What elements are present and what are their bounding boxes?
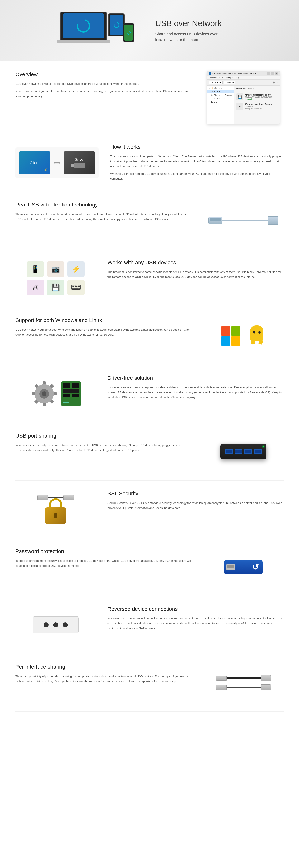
- maximize-button[interactable]: □: [271, 72, 274, 75]
- app-sidebar: ▼ 🖥 Servers ▼ LAB-3 ▶ Discovered Servers: [207, 86, 234, 124]
- chip-4: [63, 394, 70, 397]
- tablet-refresh-icon: [113, 21, 120, 29]
- section-port-image: [203, 432, 283, 471]
- pi-title: Per-interface sharing: [16, 663, 191, 670]
- hub-led: [263, 446, 264, 447]
- section-any-image: 📱 📷 ⚡ 🖨 💾 ⌨: [16, 259, 96, 298]
- usb-drive-connector: [227, 564, 235, 570]
- overview-body: USB over Network allows to use remote US…: [16, 81, 191, 99]
- sidebar-lab3[interactable]: ▼ LAB-3: [207, 90, 234, 93]
- how-it-works-title: How it works: [110, 144, 283, 151]
- connect-button[interactable]: Connect: [224, 81, 236, 85]
- usb-devices-grid: 📱 📷 ⚡ 🖨 💾 ⌨: [25, 259, 87, 297]
- section-how-text: How it works The program consists of two…: [110, 144, 283, 181]
- hero-tablet-screen: [110, 16, 123, 35]
- hero-image-area: [23, 11, 144, 50]
- server-usb-stick: [74, 163, 85, 168]
- any-title: Works with any USB devices: [108, 259, 283, 266]
- laptop-base: [57, 40, 110, 43]
- sidebar-servers-label: Servers: [214, 87, 222, 89]
- settings-icon[interactable]: ⚙: [272, 81, 275, 84]
- pass-para-1: In order to provide more security, it's …: [16, 558, 191, 568]
- menu-edit[interactable]: Edit: [219, 76, 222, 79]
- os-para-1: USB over Network supports both Windows a…: [16, 327, 191, 337]
- usb-plug-b: [268, 216, 278, 224]
- driver-para-1: USB over Network does not require USB de…: [108, 385, 283, 400]
- app-titlebar-controls[interactable]: — □ ✕: [267, 72, 278, 75]
- app-main-title: Server on LAB-3: [236, 87, 278, 91]
- sidebar-lab2[interactable]: LAB-2: [207, 100, 234, 104]
- usb-drive-wrapper: ↺: [224, 560, 263, 575]
- sidebar-servers[interactable]: ▼ 🖥 Servers: [207, 86, 234, 90]
- device-gps: 📱: [27, 261, 44, 277]
- expand-arrow: ▼: [209, 87, 211, 89]
- section-overview: Overview USB over Network allows to use …: [16, 61, 283, 134]
- pass-title: Password protection: [16, 548, 191, 555]
- gear-hole: [42, 392, 47, 396]
- pi-para-1: There is a possibility of per-interface …: [16, 674, 191, 684]
- help-icon[interactable]: ?: [276, 81, 278, 84]
- section-driver-text: Driver-free solution USB over Network do…: [108, 375, 283, 400]
- section-pi-text: Per-interface sharing There is a possibi…: [16, 663, 191, 684]
- client-label: Client: [30, 161, 39, 165]
- section-ssl-image: [16, 490, 96, 528]
- linux-feet: [251, 340, 263, 344]
- section-driver-image: [16, 375, 96, 413]
- usb-cable-row-2: [216, 684, 271, 690]
- usb-cable-body: [222, 220, 268, 221]
- port-title: USB port sharing: [16, 432, 191, 439]
- sidebar-discovered[interactable]: ▶ Discovered Servers: [207, 93, 234, 97]
- menu-settings[interactable]: Settings: [225, 76, 233, 79]
- password-box: [33, 616, 79, 633]
- section-password: Password protection In order to provide …: [16, 538, 283, 596]
- sidebar-ip1-label: 192.168.1.124: [213, 97, 226, 100]
- driver-body: USB over Network does not require USB de…: [108, 385, 283, 400]
- win-pane-1: [221, 327, 231, 336]
- virt-title: Real USB virtualization technology: [16, 201, 191, 208]
- sidebar-lab3-label: LAB-3: [214, 90, 220, 93]
- section-overview-image: USB over Network Client - www.fabulatech…: [203, 71, 283, 124]
- menu-help[interactable]: Help: [235, 76, 239, 79]
- discovered-arrow: ▶: [211, 94, 213, 96]
- how-para-2: When you connect remote USB device using…: [110, 172, 283, 181]
- device-item-2: 🖱 3Dconnexion SpaceExplorer USB Port Rea…: [236, 102, 278, 111]
- password-dot-2: [53, 622, 58, 627]
- hero-tablet: [108, 13, 124, 36]
- sidebar-ip1[interactable]: 192.168.1.124: [207, 97, 234, 100]
- app-titlebar-title: USB over Network Client - www.fabulatech…: [209, 72, 257, 75]
- close-button[interactable]: ✕: [275, 72, 278, 75]
- overview-title: Overview: [16, 71, 191, 78]
- padlock-container: [37, 495, 74, 524]
- section-overview-text: Overview USB over Network allows to use …: [16, 71, 191, 99]
- device-icon-1: 💾: [236, 93, 243, 100]
- usb-cable-row-1: [216, 675, 271, 681]
- gear-circuit-visual: [31, 380, 81, 407]
- rev-para-1: Sometimes it's needed to initiate device…: [108, 616, 283, 631]
- device-camera: 📷: [47, 261, 64, 277]
- linux-eyes: [253, 331, 261, 334]
- section-ssl-text: SSL Security Secure Sockets Layer (SSL) …: [108, 490, 283, 510]
- usb-drive-body: ↺: [224, 560, 263, 575]
- device-status-1: Connected: [245, 98, 277, 100]
- add-server-button[interactable]: Add Server: [209, 81, 222, 85]
- ssl-body: Secure Sockets Layer (SSL) is a standard…: [108, 500, 283, 510]
- section-rev-image: [16, 606, 96, 644]
- pi-body: There is a possibility of per-interface …: [16, 674, 191, 684]
- diagram-arrow: ⟺: [54, 160, 60, 165]
- section-os-image: [203, 317, 283, 355]
- circuit-chips: [63, 383, 79, 397]
- section-rev-text: Reversed device connections Sometimes it…: [108, 606, 283, 631]
- hub-port-inner-4: [255, 450, 261, 454]
- minimize-button[interactable]: —: [267, 72, 270, 75]
- menu-program[interactable]: Program: [209, 76, 217, 79]
- padlock-shackle: [49, 498, 62, 507]
- section-per-interface: Per-interface sharing There is a possibi…: [16, 654, 283, 712]
- usb-plug-a: [208, 217, 222, 224]
- device-name-2: 3Dconnexion SpaceExplorer: [245, 103, 277, 105]
- app-titlebar-icon: [209, 72, 211, 75]
- hub-port-inner-2: [236, 450, 242, 454]
- chip-1: [63, 383, 70, 388]
- linux-body: [250, 326, 264, 341]
- device-id-1: 0951805C0C03BF21000174138: [245, 96, 277, 98]
- how-para-1: The program consists of two parts — Serv…: [110, 154, 283, 169]
